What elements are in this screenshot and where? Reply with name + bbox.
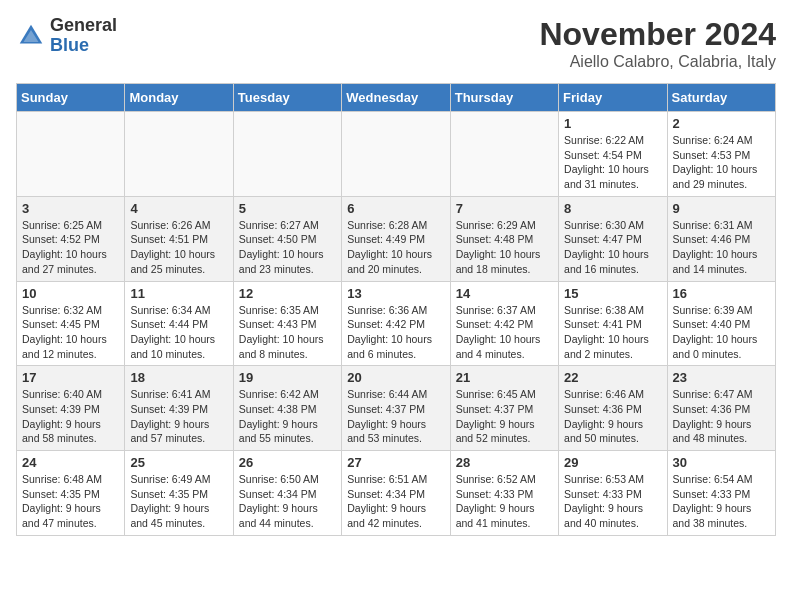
day-info: Sunrise: 6:37 AM Sunset: 4:42 PM Dayligh… <box>456 303 553 362</box>
day-info: Sunrise: 6:28 AM Sunset: 4:49 PM Dayligh… <box>347 218 444 277</box>
calendar-cell <box>342 112 450 197</box>
calendar-cell <box>17 112 125 197</box>
calendar-cell: 9Sunrise: 6:31 AM Sunset: 4:46 PM Daylig… <box>667 196 775 281</box>
day-number: 2 <box>673 116 770 131</box>
calendar-cell: 27Sunrise: 6:51 AM Sunset: 4:34 PM Dayli… <box>342 451 450 536</box>
calendar-header-thursday: Thursday <box>450 84 558 112</box>
calendar-header-saturday: Saturday <box>667 84 775 112</box>
day-info: Sunrise: 6:25 AM Sunset: 4:52 PM Dayligh… <box>22 218 119 277</box>
day-number: 30 <box>673 455 770 470</box>
calendar-cell: 25Sunrise: 6:49 AM Sunset: 4:35 PM Dayli… <box>125 451 233 536</box>
month-title: November 2024 <box>539 16 776 53</box>
day-number: 9 <box>673 201 770 216</box>
day-info: Sunrise: 6:52 AM Sunset: 4:33 PM Dayligh… <box>456 472 553 531</box>
calendar-cell: 21Sunrise: 6:45 AM Sunset: 4:37 PM Dayli… <box>450 366 558 451</box>
calendar-cell: 29Sunrise: 6:53 AM Sunset: 4:33 PM Dayli… <box>559 451 667 536</box>
day-number: 3 <box>22 201 119 216</box>
logo-general-text: General <box>50 16 117 36</box>
day-info: Sunrise: 6:41 AM Sunset: 4:39 PM Dayligh… <box>130 387 227 446</box>
day-number: 26 <box>239 455 336 470</box>
day-info: Sunrise: 6:22 AM Sunset: 4:54 PM Dayligh… <box>564 133 661 192</box>
day-info: Sunrise: 6:26 AM Sunset: 4:51 PM Dayligh… <box>130 218 227 277</box>
calendar-cell: 26Sunrise: 6:50 AM Sunset: 4:34 PM Dayli… <box>233 451 341 536</box>
calendar-cell <box>125 112 233 197</box>
calendar-cell: 13Sunrise: 6:36 AM Sunset: 4:42 PM Dayli… <box>342 281 450 366</box>
day-info: Sunrise: 6:27 AM Sunset: 4:50 PM Dayligh… <box>239 218 336 277</box>
day-number: 27 <box>347 455 444 470</box>
day-info: Sunrise: 6:46 AM Sunset: 4:36 PM Dayligh… <box>564 387 661 446</box>
calendar-cell: 1Sunrise: 6:22 AM Sunset: 4:54 PM Daylig… <box>559 112 667 197</box>
day-number: 22 <box>564 370 661 385</box>
calendar-week-2: 3Sunrise: 6:25 AM Sunset: 4:52 PM Daylig… <box>17 196 776 281</box>
day-info: Sunrise: 6:38 AM Sunset: 4:41 PM Dayligh… <box>564 303 661 362</box>
day-number: 29 <box>564 455 661 470</box>
calendar-week-4: 17Sunrise: 6:40 AM Sunset: 4:39 PM Dayli… <box>17 366 776 451</box>
calendar-cell: 2Sunrise: 6:24 AM Sunset: 4:53 PM Daylig… <box>667 112 775 197</box>
calendar-cell: 24Sunrise: 6:48 AM Sunset: 4:35 PM Dayli… <box>17 451 125 536</box>
location: Aiello Calabro, Calabria, Italy <box>539 53 776 71</box>
day-info: Sunrise: 6:54 AM Sunset: 4:33 PM Dayligh… <box>673 472 770 531</box>
day-number: 19 <box>239 370 336 385</box>
day-number: 16 <box>673 286 770 301</box>
day-info: Sunrise: 6:32 AM Sunset: 4:45 PM Dayligh… <box>22 303 119 362</box>
day-info: Sunrise: 6:31 AM Sunset: 4:46 PM Dayligh… <box>673 218 770 277</box>
day-number: 14 <box>456 286 553 301</box>
day-info: Sunrise: 6:47 AM Sunset: 4:36 PM Dayligh… <box>673 387 770 446</box>
day-number: 18 <box>130 370 227 385</box>
title-area: November 2024 Aiello Calabro, Calabria, … <box>539 16 776 71</box>
calendar-cell: 19Sunrise: 6:42 AM Sunset: 4:38 PM Dayli… <box>233 366 341 451</box>
day-info: Sunrise: 6:44 AM Sunset: 4:37 PM Dayligh… <box>347 387 444 446</box>
day-number: 21 <box>456 370 553 385</box>
day-number: 6 <box>347 201 444 216</box>
day-info: Sunrise: 6:36 AM Sunset: 4:42 PM Dayligh… <box>347 303 444 362</box>
day-info: Sunrise: 6:53 AM Sunset: 4:33 PM Dayligh… <box>564 472 661 531</box>
day-number: 5 <box>239 201 336 216</box>
day-number: 17 <box>22 370 119 385</box>
calendar-header-monday: Monday <box>125 84 233 112</box>
day-number: 7 <box>456 201 553 216</box>
calendar-cell: 3Sunrise: 6:25 AM Sunset: 4:52 PM Daylig… <box>17 196 125 281</box>
day-number: 10 <box>22 286 119 301</box>
day-info: Sunrise: 6:34 AM Sunset: 4:44 PM Dayligh… <box>130 303 227 362</box>
day-number: 13 <box>347 286 444 301</box>
calendar-header-tuesday: Tuesday <box>233 84 341 112</box>
day-number: 23 <box>673 370 770 385</box>
calendar-cell: 11Sunrise: 6:34 AM Sunset: 4:44 PM Dayli… <box>125 281 233 366</box>
day-number: 4 <box>130 201 227 216</box>
calendar-cell: 4Sunrise: 6:26 AM Sunset: 4:51 PM Daylig… <box>125 196 233 281</box>
calendar-cell <box>233 112 341 197</box>
calendar-cell: 17Sunrise: 6:40 AM Sunset: 4:39 PM Dayli… <box>17 366 125 451</box>
day-number: 1 <box>564 116 661 131</box>
day-number: 12 <box>239 286 336 301</box>
day-info: Sunrise: 6:40 AM Sunset: 4:39 PM Dayligh… <box>22 387 119 446</box>
logo-icon <box>16 21 46 51</box>
calendar: SundayMondayTuesdayWednesdayThursdayFrid… <box>16 83 776 536</box>
day-info: Sunrise: 6:49 AM Sunset: 4:35 PM Dayligh… <box>130 472 227 531</box>
calendar-cell: 28Sunrise: 6:52 AM Sunset: 4:33 PM Dayli… <box>450 451 558 536</box>
calendar-header-sunday: Sunday <box>17 84 125 112</box>
calendar-header-wednesday: Wednesday <box>342 84 450 112</box>
day-info: Sunrise: 6:24 AM Sunset: 4:53 PM Dayligh… <box>673 133 770 192</box>
calendar-header-friday: Friday <box>559 84 667 112</box>
day-number: 15 <box>564 286 661 301</box>
day-info: Sunrise: 6:30 AM Sunset: 4:47 PM Dayligh… <box>564 218 661 277</box>
calendar-cell: 7Sunrise: 6:29 AM Sunset: 4:48 PM Daylig… <box>450 196 558 281</box>
calendar-cell: 14Sunrise: 6:37 AM Sunset: 4:42 PM Dayli… <box>450 281 558 366</box>
day-info: Sunrise: 6:50 AM Sunset: 4:34 PM Dayligh… <box>239 472 336 531</box>
day-number: 8 <box>564 201 661 216</box>
calendar-cell: 23Sunrise: 6:47 AM Sunset: 4:36 PM Dayli… <box>667 366 775 451</box>
calendar-cell: 16Sunrise: 6:39 AM Sunset: 4:40 PM Dayli… <box>667 281 775 366</box>
calendar-cell: 20Sunrise: 6:44 AM Sunset: 4:37 PM Dayli… <box>342 366 450 451</box>
calendar-cell: 18Sunrise: 6:41 AM Sunset: 4:39 PM Dayli… <box>125 366 233 451</box>
day-number: 28 <box>456 455 553 470</box>
day-info: Sunrise: 6:35 AM Sunset: 4:43 PM Dayligh… <box>239 303 336 362</box>
day-info: Sunrise: 6:51 AM Sunset: 4:34 PM Dayligh… <box>347 472 444 531</box>
calendar-cell: 22Sunrise: 6:46 AM Sunset: 4:36 PM Dayli… <box>559 366 667 451</box>
day-number: 25 <box>130 455 227 470</box>
day-number: 24 <box>22 455 119 470</box>
day-number: 20 <box>347 370 444 385</box>
calendar-cell: 6Sunrise: 6:28 AM Sunset: 4:49 PM Daylig… <box>342 196 450 281</box>
logo-blue-text: Blue <box>50 36 117 56</box>
logo: General Blue <box>16 16 117 56</box>
header: General Blue November 2024 Aiello Calabr… <box>16 16 776 71</box>
